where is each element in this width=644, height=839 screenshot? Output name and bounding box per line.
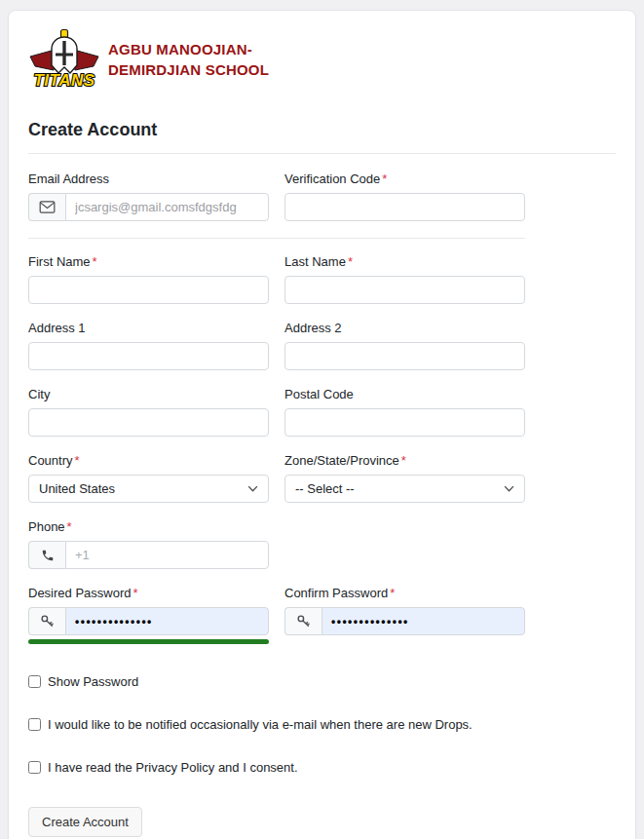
phone-label-text: Phone (28, 519, 65, 534)
notify-label: I would like to be notified occasionally… (48, 717, 473, 732)
country-label: Country* (28, 453, 269, 468)
privacy-label: I have read the Privacy Policy and I con… (48, 760, 298, 775)
confirm-password-addon (284, 607, 322, 635)
key-icon (40, 614, 55, 629)
school-name-line1: AGBU MANOOJIAN- (108, 39, 269, 59)
field-phone: Phone* (28, 519, 269, 569)
city-label-text: City (28, 387, 50, 401)
phone-label: Phone* (28, 519, 269, 534)
password-strength-bar (28, 639, 269, 644)
country-label-text: Country (28, 453, 73, 468)
field-city: City (28, 387, 269, 437)
svg-text:TITANS: TITANS (33, 71, 95, 90)
confirm-password-label-text: Confirm Password (284, 586, 388, 600)
show-password-row: Show Password (28, 674, 525, 689)
field-first-name: First Name* (28, 254, 269, 304)
field-postal-code: Postal Code (284, 387, 525, 437)
required-asterisk: * (67, 519, 72, 534)
field-address1: Address 1 (28, 321, 269, 370)
zone-label: Zone/State/Province* (284, 453, 525, 468)
phone-input[interactable] (65, 541, 269, 569)
address1-label: Address 1 (28, 321, 269, 335)
field-confirm-password: Confirm Password* (284, 586, 525, 644)
privacy-policy-link[interactable]: Privacy Policy (135, 760, 214, 775)
verification-code-label-text: Verification Code (284, 172, 380, 186)
confirm-password-input[interactable] (322, 607, 525, 635)
country-select[interactable]: United States (28, 475, 269, 503)
confirm-password-label: Confirm Password* (284, 586, 525, 600)
address2-label: Address 2 (284, 321, 525, 335)
last-name-label: Last Name* (284, 254, 525, 269)
zone-selected-value: -- Select -- (295, 481, 355, 496)
required-asterisk: * (348, 254, 353, 269)
create-account-card: TITANS AGBU MANOOJIAN- DEMIRDJIAN SCHOOL… (8, 10, 636, 839)
field-zone: Zone/State/Province* -- Select -- (284, 453, 525, 503)
postal-code-label-text: Postal Code (284, 387, 354, 401)
checkbox-section: Show Password I would like to be notifie… (28, 674, 525, 775)
chevron-down-icon (504, 485, 514, 492)
required-asterisk: * (75, 453, 80, 468)
address1-label-text: Address 1 (28, 321, 86, 335)
field-address2: Address 2 (284, 321, 525, 370)
create-account-button[interactable]: Create Account (28, 807, 142, 837)
last-name-input[interactable] (284, 276, 525, 304)
school-name-line2: DEMIRDJIAN SCHOOL (108, 59, 269, 80)
envelope-icon (39, 201, 56, 213)
required-asterisk: * (390, 586, 395, 600)
privacy-row: I have read the Privacy Policy and I con… (28, 760, 525, 775)
desired-password-input[interactable] (65, 607, 269, 635)
email-addon (28, 193, 65, 221)
field-last-name: Last Name* (284, 254, 525, 304)
required-asterisk: * (401, 453, 406, 468)
postal-code-input[interactable] (284, 408, 525, 437)
field-desired-password: Desired Password* (28, 586, 269, 644)
phone-icon (41, 549, 55, 562)
school-name: AGBU MANOOJIAN- DEMIRDJIAN SCHOOL (108, 39, 269, 80)
address1-input[interactable] (28, 342, 269, 370)
verification-code-label: Verification Code* (284, 172, 525, 186)
page-title: Create Account (28, 120, 616, 140)
email-label-text: Email Address (28, 172, 109, 186)
last-name-label-text: Last Name (284, 254, 346, 269)
city-label: City (28, 387, 269, 401)
field-email: Email Address (28, 172, 269, 221)
chevron-down-icon (247, 485, 258, 492)
email-input[interactable] (65, 193, 269, 221)
zone-select[interactable]: -- Select -- (284, 475, 525, 503)
title-divider (28, 153, 616, 154)
desired-password-label-text: Desired Password (28, 586, 132, 600)
zone-label-text: Zone/State/Province (284, 453, 399, 468)
privacy-label-prefix: I have read the (48, 760, 135, 775)
address2-input[interactable] (284, 342, 525, 370)
desired-password-label: Desired Password* (28, 586, 269, 600)
phone-addon (28, 541, 65, 569)
create-account-form: Email Address Verification Code* (28, 172, 525, 837)
titans-logo-icon: TITANS (28, 28, 100, 91)
postal-code-label: Postal Code (284, 387, 525, 401)
section-divider (28, 238, 525, 239)
email-label: Email Address (28, 172, 269, 186)
privacy-label-suffix: and I consent. (214, 760, 297, 775)
first-name-label-text: First Name (28, 254, 91, 269)
required-asterisk: * (382, 172, 387, 186)
show-password-label: Show Password (48, 674, 138, 689)
required-asterisk: * (133, 586, 138, 600)
verification-code-input[interactable] (284, 193, 525, 221)
first-name-label: First Name* (28, 254, 269, 269)
city-input[interactable] (28, 408, 269, 437)
notify-row: I would like to be notified occasionally… (28, 717, 525, 732)
field-verification-code: Verification Code* (284, 172, 525, 221)
required-asterisk: * (93, 254, 97, 269)
privacy-checkbox[interactable] (28, 761, 41, 774)
empty-cell (284, 519, 525, 586)
country-selected-value: United States (39, 481, 115, 496)
notify-checkbox[interactable] (28, 718, 41, 731)
first-name-input[interactable] (28, 276, 269, 304)
brand-header: TITANS AGBU MANOOJIAN- DEMIRDJIAN SCHOOL (28, 28, 616, 91)
show-password-checkbox[interactable] (28, 675, 41, 688)
desired-password-addon (28, 607, 65, 635)
field-country: Country* United States (28, 453, 269, 503)
key-icon (296, 614, 311, 629)
address2-label-text: Address 2 (284, 321, 342, 335)
